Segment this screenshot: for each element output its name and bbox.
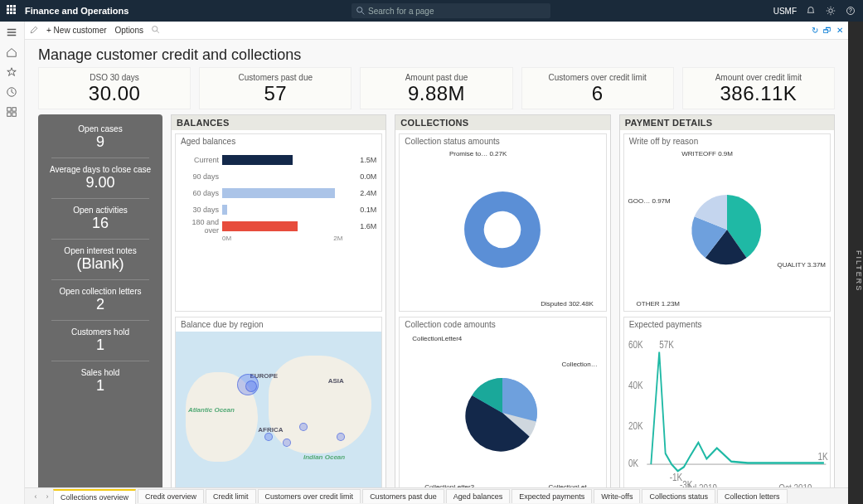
edit-button[interactable] <box>30 26 38 35</box>
module-icon[interactable] <box>6 106 19 119</box>
svg-point-10 <box>153 26 158 31</box>
options-button[interactable]: Options <box>115 26 143 35</box>
kpi-amount-past-due[interactable]: Amount past due9.88M <box>360 67 512 109</box>
hamburger-icon[interactable] <box>6 27 19 40</box>
top-bar: Finance and Operations Search for a page… <box>0 0 863 22</box>
svg-line-1 <box>361 12 364 14</box>
svg-text:40K: 40K <box>628 378 643 390</box>
help-icon[interactable]: ? <box>845 5 856 17</box>
svg-rect-8 <box>7 113 10 116</box>
stat-interest-notes[interactable]: Open interest notes(Blank) <box>43 243 158 276</box>
svg-rect-6 <box>7 108 10 111</box>
main-area: + New customer Options ↻ 🗗 ✕ Manage cust… <box>25 22 848 504</box>
search-icon <box>356 7 365 15</box>
bell-icon[interactable] <box>805 5 817 17</box>
tab-prev[interactable]: ‹ <box>30 492 41 501</box>
filters-toggle[interactable]: FILTERS <box>848 22 863 504</box>
stat-collection-letters[interactable]: Open collection letters2 <box>43 284 158 317</box>
svg-line-11 <box>157 31 159 33</box>
stat-sales-hold[interactable]: Sales hold1 <box>43 365 158 398</box>
grey-stats-card: Open cases9 Average days to close case9.… <box>38 114 162 499</box>
balance-region-map[interactable]: Balance due by region EUROPE ASIA AFRICA… <box>175 317 382 495</box>
tab-credit-overview[interactable]: Credit overview <box>138 489 204 503</box>
collection-code-chart[interactable]: Collection code amounts CollectionLetter… <box>399 317 606 495</box>
stat-open-activities[interactable]: Open activities16 <box>43 202 158 235</box>
tab-customers-past-due[interactable]: Customers past due <box>362 489 444 503</box>
tab-customers-over-limit[interactable]: Customers over credit limit <box>258 489 361 503</box>
balances-header: BALANCES <box>172 115 385 130</box>
stat-customers-hold[interactable]: Customers hold1 <box>43 324 158 357</box>
star-icon[interactable] <box>6 66 19 80</box>
refresh-icon[interactable]: ↻ <box>812 26 818 35</box>
aged-balances-chart[interactable]: Aged balances Current1.5M90 days0.0M60 d… <box>175 133 382 312</box>
svg-rect-7 <box>12 108 15 111</box>
search-placeholder: Search for a page <box>368 7 434 16</box>
clock-icon[interactable] <box>6 86 19 99</box>
tab-write-offs[interactable]: Write-offs <box>594 489 640 503</box>
svg-point-12 <box>464 191 541 268</box>
global-search[interactable]: Search for a page <box>352 3 550 18</box>
tab-collections-overview[interactable]: Collections overview <box>53 489 136 504</box>
writeoff-chart[interactable]: Write off by reason WRITEOFF 0.9M GOO… 0… <box>623 133 831 312</box>
collection-status-chart[interactable]: Collection status amounts Promise to… 0.… <box>399 133 606 312</box>
company-code[interactable]: USMF <box>773 7 797 16</box>
gear-icon[interactable] <box>825 5 836 17</box>
kpi-row: DSO 30 days30.00 Customers past due57 Am… <box>25 67 848 114</box>
kpi-customers-over-limit[interactable]: Customers over credit limit6 <box>521 67 674 109</box>
toolbar-search-icon[interactable] <box>152 26 160 36</box>
page-title: Manage customer credit and collections <box>25 40 848 67</box>
stat-avg-days[interactable]: Average days to close case9.00 <box>43 162 158 195</box>
svg-text:0K: 0K <box>628 457 638 469</box>
action-toolbar: + New customer Options ↻ 🗗 ✕ <box>25 22 848 40</box>
kpi-customers-past-due[interactable]: Customers past due57 <box>199 67 352 109</box>
tab-next[interactable]: › <box>41 492 53 501</box>
tab-collections-status[interactable]: Collections status <box>642 489 715 503</box>
attach-icon[interactable]: 🗗 <box>823 26 831 35</box>
kpi-dso[interactable]: DSO 30 days30.00 <box>38 67 191 109</box>
svg-text:?: ? <box>849 7 852 13</box>
report-tabs: ‹ › Collections overview Credit overview… <box>25 487 848 504</box>
stat-open-cases[interactable]: Open cases9 <box>43 121 158 154</box>
tab-expected-payments[interactable]: Expected payments <box>511 489 592 503</box>
waffle-icon[interactable] <box>7 5 18 17</box>
svg-text:1K: 1K <box>817 450 827 463</box>
expected-payments-chart[interactable]: Expected payments 60K 40K 20K 0K 57K 1K <box>623 317 831 495</box>
svg-rect-9 <box>12 113 15 116</box>
new-customer-button[interactable]: + New customer <box>46 26 107 35</box>
collections-panel: COLLECTIONS Collection status amounts Pr… <box>395 114 610 499</box>
svg-text:20K: 20K <box>628 419 643 431</box>
tab-credit-limit[interactable]: Credit limit <box>206 489 256 503</box>
home-icon[interactable] <box>6 46 19 60</box>
svg-point-2 <box>829 9 833 13</box>
app-title: Finance and Operations <box>25 6 128 16</box>
close-icon[interactable]: ✕ <box>836 26 843 35</box>
balances-panel: BALANCES Aged balances Current1.5M90 day… <box>171 114 386 499</box>
svg-text:57K: 57K <box>659 337 674 350</box>
left-nav-rail <box>0 22 25 504</box>
svg-text:60K: 60K <box>628 337 643 350</box>
payment-panel: PAYMENT DETAILS Write off by reason WRIT… <box>619 114 835 499</box>
tab-collection-letters[interactable]: Collection letters <box>717 489 788 503</box>
svg-point-0 <box>357 7 362 12</box>
tab-aged-balances[interactable]: Aged balances <box>446 489 511 503</box>
kpi-amount-over-limit[interactable]: Amount over credit limit386.11K <box>682 67 835 109</box>
